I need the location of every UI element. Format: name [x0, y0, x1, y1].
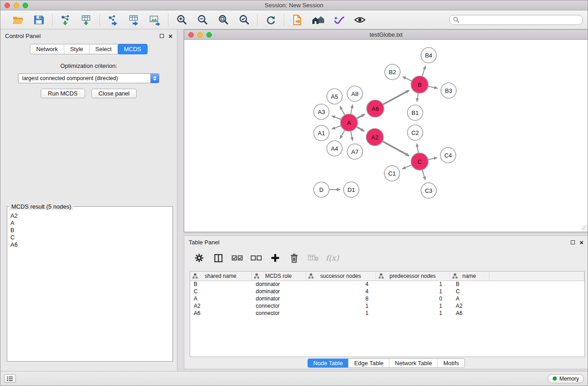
- zoom-fit-icon[interactable]: [215, 13, 231, 27]
- memory-button[interactable]: Memory: [548, 374, 584, 383]
- save-session-icon[interactable]: [31, 13, 47, 27]
- graph-edge-A-A5[interactable]: [340, 106, 345, 115]
- close-panel-icon[interactable]: ×: [168, 33, 172, 39]
- table-cell[interactable]: C: [190, 288, 251, 295]
- home-icon[interactable]: [311, 13, 326, 27]
- export-table-icon[interactable]: [126, 13, 142, 27]
- table-cell[interactable]: A: [190, 295, 251, 302]
- graph-edge-A-A7[interactable]: [351, 131, 353, 141]
- graph-edge-A-A8[interactable]: [351, 105, 353, 114]
- graph-node-A7[interactable]: A7: [347, 144, 363, 159]
- graph-node-A4[interactable]: A4: [327, 141, 342, 156]
- graph-node-B4[interactable]: B4: [421, 48, 436, 63]
- graph-edge-A-A1[interactable]: [332, 126, 341, 129]
- table-cell[interactable]: 4: [306, 281, 376, 288]
- search-input[interactable]: [461, 17, 579, 23]
- graph-node-B2[interactable]: B2: [385, 64, 400, 80]
- search-box[interactable]: [449, 15, 583, 25]
- graph-node-A8[interactable]: A8: [347, 86, 363, 101]
- show-columns-icon[interactable]: [212, 252, 224, 264]
- table-cell[interactable]: 1: [376, 281, 449, 288]
- table-row[interactable]: Bdominator41B: [190, 281, 584, 288]
- mcds-result-item[interactable]: A: [10, 219, 169, 227]
- mcds-result-item[interactable]: A6: [10, 241, 169, 248]
- resize-grip[interactable]: [582, 225, 588, 231]
- table-settings-icon[interactable]: [193, 252, 205, 264]
- function-builder-icon[interactable]: f(x): [326, 252, 338, 264]
- table-cell[interactable]: 1: [306, 302, 376, 310]
- table-cell[interactable]: A2: [449, 302, 489, 310]
- graph-edge-C-C3[interactable]: [422, 170, 425, 180]
- tab-style[interactable]: Style: [64, 44, 90, 54]
- table-row[interactable]: A6connector11A6: [190, 310, 584, 317]
- graph-edge-C-C2[interactable]: [417, 143, 418, 153]
- graph-node-A6[interactable]: A6: [367, 100, 384, 117]
- export-network-icon[interactable]: [105, 13, 121, 27]
- graph-node-D[interactable]: D: [314, 182, 329, 197]
- table-cell[interactable]: 1: [376, 302, 449, 310]
- close-panel-button[interactable]: Close panel: [91, 89, 137, 98]
- task-history-button[interactable]: [4, 374, 16, 383]
- graph-node-D1[interactable]: D1: [344, 182, 359, 197]
- graph-edge-B-B3[interactable]: [428, 86, 438, 88]
- run-mcds-button[interactable]: Run MCDS: [41, 89, 85, 98]
- graph-edge-B-B2[interactable]: [402, 76, 412, 81]
- graph-node-C2[interactable]: C2: [407, 125, 423, 140]
- graph-node-B1[interactable]: B1: [407, 105, 423, 120]
- mcds-result-item[interactable]: B: [10, 227, 169, 234]
- criterion-dropdown[interactable]: largest connected component (directed): [18, 73, 159, 83]
- deselect-all-rows-icon[interactable]: [250, 252, 262, 264]
- tab-motifs[interactable]: Motifs: [438, 359, 464, 367]
- tab-network-table[interactable]: Network Table: [389, 359, 438, 367]
- table-cell[interactable]: 1: [306, 310, 376, 317]
- network-close-icon[interactable]: [188, 32, 194, 38]
- column-header-name[interactable]: name: [449, 272, 489, 281]
- graph-node-B3[interactable]: B3: [441, 83, 456, 98]
- column-header-predecessor-nodes[interactable]: predecessor nodes: [376, 272, 449, 281]
- table-cell[interactable]: A6: [449, 310, 489, 317]
- network-canvas-area[interactable]: B4B2BB3A5A8A6B1A3AC2A1A2A4A7C4CC1C3DD1: [184, 40, 588, 232]
- network-minimize-icon[interactable]: [197, 32, 203, 38]
- import-network-icon[interactable]: [58, 13, 73, 27]
- network-zoom-icon[interactable]: [206, 32, 212, 38]
- open-file-icon[interactable]: [290, 13, 305, 27]
- network-canvas[interactable]: B4B2BB3A5A8A6B1A3AC2A1A2A4A7C4CC1C3DD1: [184, 40, 588, 232]
- delete-row-icon[interactable]: [288, 252, 300, 264]
- float-panel-icon[interactable]: [160, 34, 164, 38]
- table-cell[interactable]: 4: [306, 288, 376, 295]
- minimize-window-icon[interactable]: [14, 3, 19, 8]
- add-row-icon[interactable]: [269, 252, 281, 264]
- mcds-result-item[interactable]: C: [10, 234, 169, 241]
- table-cell[interactable]: dominator: [251, 288, 306, 295]
- tab-node-table[interactable]: Node Table: [308, 359, 349, 367]
- graph-edge-A2-C[interactable]: [382, 141, 409, 156]
- tab-mcds[interactable]: MCDS: [118, 44, 148, 54]
- graph-node-C1[interactable]: C1: [384, 166, 400, 181]
- table-row[interactable]: Cdominator41C: [190, 288, 584, 295]
- validate-icon[interactable]: [331, 13, 347, 27]
- float-table-panel-icon[interactable]: [571, 240, 575, 244]
- open-session-icon[interactable]: [10, 13, 26, 27]
- zoom-selected-icon[interactable]: [236, 13, 252, 27]
- table-cell[interactable]: C: [449, 288, 489, 295]
- graph-node-C3[interactable]: C3: [421, 183, 436, 198]
- table-cell[interactable]: connector: [251, 302, 306, 310]
- table-cell[interactable]: dominator: [251, 295, 306, 302]
- tab-select[interactable]: Select: [90, 44, 118, 54]
- show-hide-icon[interactable]: [352, 13, 368, 27]
- close-table-panel-icon[interactable]: ×: [579, 239, 583, 246]
- table-cell[interactable]: 1: [376, 310, 449, 317]
- close-window-icon[interactable]: [5, 3, 10, 8]
- table-row[interactable]: A2connector11A2: [190, 302, 584, 310]
- graph-edge-A6-B[interactable]: [383, 91, 409, 105]
- graph-node-C[interactable]: C: [411, 153, 428, 170]
- export-image-icon[interactable]: [147, 13, 163, 27]
- graph-node-A2[interactable]: A2: [366, 129, 383, 146]
- select-all-rows-icon[interactable]: [231, 252, 243, 264]
- apply-layout-icon[interactable]: [263, 13, 278, 27]
- graph-node-A[interactable]: A: [340, 114, 358, 131]
- table-cell[interactable]: dominator: [251, 281, 306, 288]
- mcds-result-item[interactable]: A2: [10, 212, 169, 219]
- graph-edge-C-C1[interactable]: [402, 165, 412, 169]
- zoom-out-icon[interactable]: [195, 13, 210, 27]
